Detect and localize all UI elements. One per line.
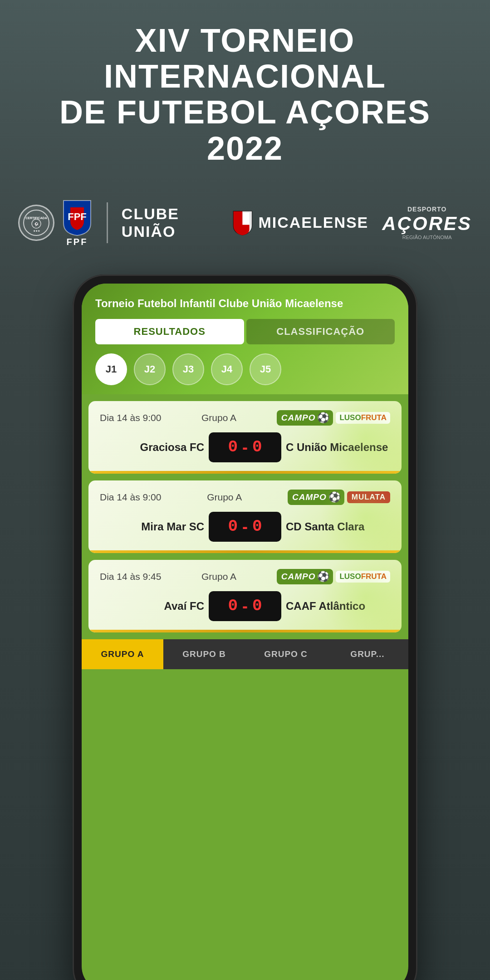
logos-bar: CERTIFICADA ⚽ ★★★ FPF FPF CLUBE UNIÃO bbox=[0, 185, 490, 261]
sponsor-group-2: CAMPO ⚽ MULATA bbox=[288, 490, 390, 505]
luso-badge-3: LUSO FRUTA bbox=[336, 571, 390, 583]
svg-text:FPF: FPF bbox=[68, 211, 87, 222]
match-time-3: Dia 14 às 9:45 bbox=[100, 571, 161, 582]
round-j3[interactable]: J3 bbox=[172, 353, 204, 385]
fpf-logo: FPF FPF bbox=[61, 198, 93, 247]
matches-container: Dia 14 às 9:00 Grupo A CAMPO ⚽ LUSO FRUT… bbox=[82, 401, 408, 632]
acores-logo: DESPORTO AÇORES REGIÃO AUTÓNOMA bbox=[382, 206, 472, 240]
svg-text:⚽: ⚽ bbox=[34, 222, 39, 226]
group-tab-a[interactable]: GRUPO A bbox=[82, 639, 163, 669]
team1-match2: Mira Mar SC bbox=[100, 520, 204, 533]
svg-rect-7 bbox=[243, 213, 249, 225]
phone-mockup: Torneio Futebol Infantil Clube União Mic… bbox=[73, 274, 417, 980]
match-row-3: Avaí FC 0 - 0 CAAF Atlântico bbox=[100, 591, 390, 621]
ball-icon-2: ⚽ bbox=[328, 491, 341, 503]
luso-badge-1: LUSO FRUTA bbox=[336, 412, 390, 424]
round-j4[interactable]: J4 bbox=[211, 353, 243, 385]
match-time-1: Dia 14 às 9:00 bbox=[100, 412, 161, 423]
campo-badge-3: CAMPO ⚽ bbox=[277, 569, 333, 584]
match-row-2: Mira Mar SC 0 - 0 CD Santa Clara bbox=[100, 512, 390, 542]
header-section: XIV TORNEIO INTERNACIONAL DE FUTEBOL AÇO… bbox=[0, 0, 490, 180]
svg-text:★★★: ★★★ bbox=[33, 230, 40, 232]
round-j2[interactable]: J2 bbox=[134, 353, 166, 385]
team1-match1: Graciosa FC bbox=[100, 441, 204, 454]
fpf-logo-group: CERTIFICADA ⚽ ★★★ FPF FPF bbox=[18, 198, 93, 247]
team2-match3: CAAF Atlântico bbox=[286, 600, 390, 612]
score-board-3: 0 - 0 bbox=[209, 591, 281, 621]
mulata-badge: MULATA bbox=[347, 491, 390, 503]
tab-classificacao[interactable]: CLASSIFICAÇÃO bbox=[246, 319, 395, 344]
clube-uniao-logo: CLUBE UNIÃO MICAELENSE bbox=[122, 205, 368, 240]
ball-icon-3: ⚽ bbox=[317, 571, 329, 583]
sponsor-group-3: CAMPO ⚽ LUSO FRUTA bbox=[277, 569, 390, 584]
team2-match2: CD Santa Clara bbox=[286, 520, 390, 533]
match-card-1: Dia 14 às 9:00 Grupo A CAMPO ⚽ LUSO FRUT… bbox=[88, 401, 402, 474]
match-meta-1: Dia 14 às 9:00 Grupo A CAMPO ⚽ LUSO FRUT… bbox=[100, 410, 390, 426]
campo-badge-2: CAMPO ⚽ bbox=[288, 490, 344, 505]
match-group-1: Grupo A bbox=[201, 412, 236, 423]
tab-resultados[interactable]: RESULTADOS bbox=[95, 319, 244, 344]
round-j5[interactable]: J5 bbox=[250, 353, 281, 385]
match-card-2: Dia 14 às 9:00 Grupo A CAMPO ⚽ MULATA bbox=[88, 480, 402, 553]
tab-bar: RESULTADOS CLASSIFICAÇÃO bbox=[95, 319, 395, 344]
match-meta-3: Dia 14 às 9:45 Grupo A CAMPO ⚽ LUSO FRUT… bbox=[100, 569, 390, 584]
certification-logo: CERTIFICADA ⚽ ★★★ bbox=[18, 205, 54, 241]
match-row-1: Graciosa FC 0 - 0 C União Micaelense bbox=[100, 432, 390, 462]
group-tab-b[interactable]: GRUPO B bbox=[163, 639, 245, 669]
phone-screen: Torneio Futebol Infantil Clube União Mic… bbox=[82, 284, 408, 980]
app-header: Torneio Futebol Infantil Clube União Mic… bbox=[82, 284, 408, 394]
round-j1[interactable]: J1 bbox=[95, 353, 127, 385]
group-tab-d[interactable]: GRUP... bbox=[327, 639, 408, 669]
logo-divider bbox=[107, 202, 108, 243]
score-board-2: 0 - 0 bbox=[209, 512, 281, 542]
group-tabs-bar: GRUPO A GRUPO B GRUPO C GRUP... bbox=[82, 639, 408, 669]
match-group-2: Grupo A bbox=[207, 492, 242, 503]
svg-rect-6 bbox=[235, 213, 242, 225]
match-group-3: Grupo A bbox=[201, 571, 236, 582]
sponsor-group-1: CAMPO ⚽ LUSO FRUTA bbox=[277, 410, 390, 426]
match-card-3: Dia 14 às 9:45 Grupo A CAMPO ⚽ LUSO FRUT… bbox=[88, 560, 402, 632]
group-tab-c[interactable]: GRUPO C bbox=[245, 639, 327, 669]
score-board-1: 0 - 0 bbox=[209, 432, 281, 462]
app-title: Torneio Futebol Infantil Clube União Mic… bbox=[95, 297, 395, 310]
team2-match1: C União Micaelense bbox=[286, 441, 390, 454]
match-time-2: Dia 14 às 9:00 bbox=[100, 492, 161, 503]
round-selector: J1 J2 J3 J4 J5 bbox=[95, 353, 395, 385]
phone-wrapper: Torneio Futebol Infantil Clube União Mic… bbox=[0, 261, 490, 980]
match-meta-2: Dia 14 às 9:00 Grupo A CAMPO ⚽ MULATA bbox=[100, 490, 390, 505]
team1-match3: Avaí FC bbox=[100, 600, 204, 612]
ball-icon-1: ⚽ bbox=[317, 412, 329, 424]
main-title: XIV TORNEIO INTERNACIONAL DE FUTEBOL AÇO… bbox=[18, 23, 472, 167]
campo-badge-1: CAMPO ⚽ bbox=[277, 410, 333, 426]
